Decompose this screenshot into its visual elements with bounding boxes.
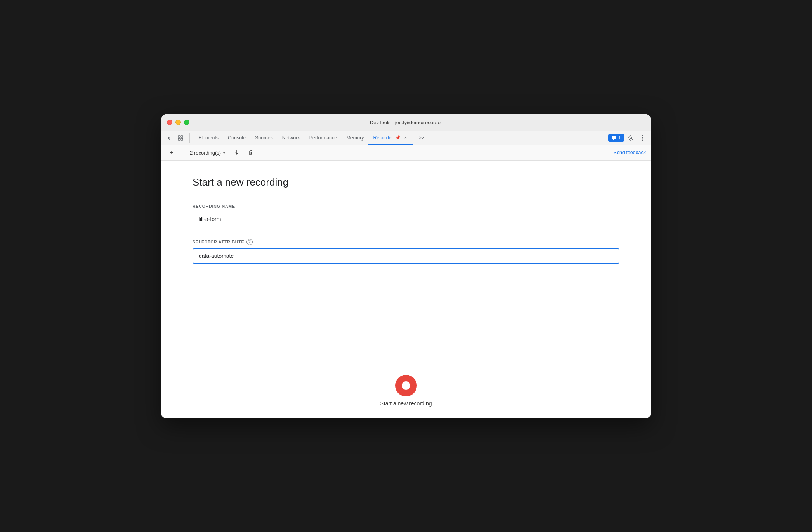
devtools-body: Elements Console Sources Network Perform… [161, 131, 651, 418]
tab-bar: Elements Console Sources Network Perform… [161, 131, 651, 145]
tab-memory[interactable]: Memory [342, 131, 368, 145]
recording-name-group: RECORDING NAME [193, 204, 619, 226]
svg-point-5 [642, 135, 643, 136]
more-options-icon[interactable] [637, 133, 647, 143]
selector-attribute-label: SELECTOR ATTRIBUTE ? [193, 239, 619, 245]
svg-rect-0 [178, 136, 180, 137]
minimize-button[interactable] [175, 120, 181, 125]
tab-recorder[interactable]: Recorder 📌 × [368, 131, 413, 145]
titlebar: DevTools - jec.fyi/demo/recorder [161, 114, 651, 131]
devtools-window: DevTools - jec.fyi/demo/recorder [161, 114, 651, 418]
add-recording-button[interactable]: + [166, 147, 177, 158]
tab-network[interactable]: Network [278, 131, 305, 145]
tab-right-icons: 1 [608, 133, 647, 143]
selector-attribute-input[interactable] [193, 248, 619, 264]
help-icon[interactable]: ? [246, 239, 253, 245]
traffic-lights [167, 120, 189, 125]
svg-point-7 [642, 140, 643, 141]
tab-performance[interactable]: Performance [305, 131, 342, 145]
send-feedback-link[interactable]: Send feedback [614, 150, 646, 155]
tab-elements[interactable]: Elements [194, 131, 223, 145]
tab-sources[interactable]: Sources [250, 131, 278, 145]
chevron-down-icon: ▾ [223, 151, 225, 155]
pin-icon: 📌 [395, 135, 401, 140]
svg-rect-1 [181, 136, 183, 137]
delete-button[interactable] [245, 147, 256, 158]
content-divider [161, 355, 651, 355]
download-button[interactable] [231, 147, 242, 158]
settings-icon[interactable] [626, 133, 636, 143]
svg-point-4 [630, 137, 632, 139]
page-title: Start a new recording [193, 176, 619, 188]
svg-point-6 [642, 137, 643, 139]
recording-name-input[interactable] [193, 212, 619, 226]
recording-name-label: RECORDING NAME [193, 204, 619, 209]
cursor-icon[interactable] [165, 133, 175, 143]
recording-dropdown[interactable]: 2 recording(s) ▾ [187, 148, 228, 157]
more-tabs-button[interactable]: >> [414, 131, 429, 145]
window-title: DevTools - jec.fyi/demo/recorder [370, 120, 442, 125]
close-button[interactable] [167, 120, 172, 125]
selector-attribute-group: SELECTOR ATTRIBUTE ? [193, 239, 619, 264]
start-recording-label: Start a new recording [380, 400, 432, 407]
record-section: Start a new recording [161, 363, 651, 418]
svg-rect-3 [181, 138, 183, 140]
chat-button[interactable]: 1 [608, 134, 624, 142]
svg-rect-2 [178, 138, 180, 140]
main-content: Start a new recording RECORDING NAME SEL… [161, 161, 651, 347]
toolbar-divider [182, 149, 182, 156]
tab-close-icon[interactable]: × [403, 135, 409, 141]
maximize-button[interactable] [184, 120, 189, 125]
tab-icons [165, 133, 190, 143]
tab-console[interactable]: Console [223, 131, 250, 145]
inspect-icon[interactable] [175, 133, 186, 143]
toolbar: + 2 recording(s) ▾ Send feedback [161, 145, 651, 161]
record-inner-circle [402, 381, 410, 390]
start-recording-button[interactable] [395, 375, 417, 396]
